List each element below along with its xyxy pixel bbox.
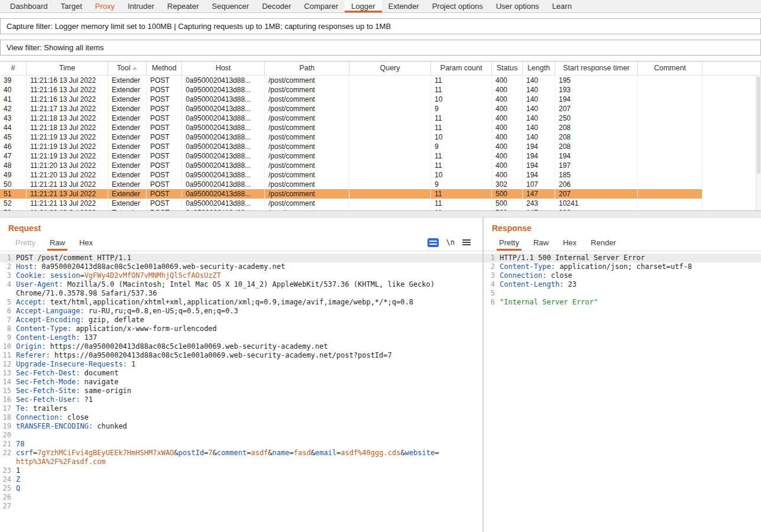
line-number: 4	[484, 280, 500, 289]
table-row[interactable]: 4711:21:19 13 Jul 2022ExtenderPOST0a9500…	[0, 151, 761, 161]
tab-extender[interactable]: Extender	[382, 0, 426, 12]
line-content: Z	[16, 475, 27, 484]
tab-sequencer[interactable]: Sequencer	[205, 0, 255, 12]
editor-line: 8Content-Type: application/x-www-form-ur…	[0, 325, 482, 333]
response-panel: Response PrettyRawHexRender 1HTTP/1.1 50…	[484, 218, 761, 532]
wrap-lines-icon[interactable]	[428, 238, 439, 247]
burp-logger-window: DashboardTargetProxyIntruderRepeaterSequ…	[0, 0, 761, 532]
editor-line: 18Connection: close	[0, 413, 482, 422]
newline-icon[interactable]: \n	[446, 238, 455, 246]
column-header-length[interactable]: Length	[523, 61, 555, 76]
menu-icon[interactable]	[462, 239, 471, 246]
line-content: 78	[16, 440, 31, 449]
tab-hex[interactable]: Hex	[556, 234, 584, 251]
editor-line: 3Cookie: session=VgFWy4D2vMfON7vMNMhjQlS…	[0, 271, 482, 280]
tab-target[interactable]: Target	[54, 0, 89, 12]
line-number: 27	[0, 502, 16, 511]
horizontal-splitter[interactable]	[0, 210, 761, 218]
request-editor-toolbar: \n	[428, 238, 474, 247]
column-header-status[interactable]: Status	[492, 61, 523, 76]
line-content: Cookie: session=VgFWy4D2vMfON7vMNMhjQlSc…	[16, 271, 228, 280]
line-number: 8	[0, 325, 16, 333]
table-row[interactable]: 3911:21:16 13 Jul 2022ExtenderPOST0a9500…	[0, 76, 761, 85]
table-row[interactable]: 5011:21:21 13 Jul 2022ExtenderPOST0a9500…	[0, 180, 761, 189]
line-number: 3	[484, 271, 500, 280]
editor-line: 25Q	[0, 484, 482, 493]
editor-line: 22csrf=7gYzhMCiFvi4gBEyUEEk7HmHSHM7xWAO&…	[0, 449, 482, 466]
line-content	[16, 431, 27, 440]
line-number: 6	[0, 307, 16, 316]
line-content: Te: trailers	[16, 404, 75, 413]
view-filter-bar[interactable]: View filter: Showing all items	[0, 40, 761, 56]
column-header-path[interactable]: Path	[265, 61, 349, 76]
table-row[interactable]: 4611:21:19 13 Jul 2022ExtenderPOST0a9500…	[0, 142, 761, 151]
table-row[interactable]: 4211:21:17 13 Jul 2022ExtenderPOST0a9500…	[0, 104, 761, 113]
line-content: Sec-Fetch-Mode: navigate	[16, 378, 125, 387]
tab-pretty[interactable]: Pretty	[492, 234, 526, 251]
line-content: Origin: https://0a9500020413d88ac08c5c1e…	[16, 342, 335, 351]
tab-learn[interactable]: Learn	[546, 0, 578, 12]
table-row[interactable]: 4511:21:19 13 Jul 2022ExtenderPOST0a9500…	[0, 132, 761, 142]
column-header-time[interactable]: Time	[27, 61, 108, 76]
table-row-selected[interactable]: 5111:21:21 13 Jul 2022ExtenderPOST0a9500…	[0, 189, 761, 199]
table-scrollbar[interactable]	[756, 76, 761, 210]
tab-raw[interactable]: Raw	[43, 234, 72, 251]
editor-line: 1POST /post/comment HTTP/1.1	[0, 254, 482, 262]
editor-line: 1HTTP/1.1 500 Internal Server Error	[484, 254, 761, 262]
line-content: POST /post/comment HTTP/1.1	[16, 254, 138, 262]
request-panel: Request PrettyRawHex \n 1POST /post/comm…	[0, 218, 484, 532]
table-row[interactable]: 4011:21:16 13 Jul 2022ExtenderPOST0a9500…	[0, 85, 761, 95]
main-tabbar: DashboardTargetProxyIntruderRepeaterSequ…	[0, 0, 761, 13]
scrollbar-thumb[interactable]	[757, 77, 760, 174]
table-row[interactable]: 4411:21:18 13 Jul 2022ExtenderPOST0a9500…	[0, 123, 761, 132]
line-content: Accept-Language: ru-RU,ru;q=0.8,en-US;q=…	[16, 307, 245, 316]
editor-line: 15Sec-Fetch-Site: same-origin	[0, 387, 482, 395]
column-header-num[interactable]: #	[0, 61, 27, 76]
editor-line: 6"Internal Server Error"	[484, 298, 761, 307]
line-number: 6	[484, 298, 500, 307]
tab-proxy[interactable]: Proxy	[89, 0, 121, 12]
column-header-param-count[interactable]: Param count	[431, 61, 492, 76]
line-number: 18	[0, 413, 16, 422]
editor-line: 24Z	[0, 475, 482, 484]
request-editor[interactable]: 1POST /post/comment HTTP/1.12Host: 0a950…	[0, 251, 482, 532]
response-editor[interactable]: 1HTTP/1.1 500 Internal Server Error2Cont…	[484, 251, 761, 532]
line-content	[16, 493, 27, 502]
editor-line: 4User-Agent: Mozilla/5.0 (Macintosh; Int…	[0, 280, 482, 298]
line-number: 23	[0, 466, 16, 475]
tab-comparer[interactable]: Comparer	[297, 0, 345, 12]
log-table-body: 3911:21:16 13 Jul 2022ExtenderPOST0a9500…	[0, 76, 761, 210]
line-content: Content-Length: 137	[16, 333, 104, 342]
table-row[interactable]: 5311:21:22 13 Jul 2022ExtenderPOST0a9500…	[0, 208, 761, 210]
tab-dashboard[interactable]: Dashboard	[4, 0, 54, 12]
tab-user-options[interactable]: User options	[490, 0, 546, 12]
tab-pretty[interactable]: Pretty	[8, 234, 43, 251]
table-row[interactable]: 4311:21:18 13 Jul 2022ExtenderPOST0a9500…	[0, 113, 761, 123]
line-number: 1	[0, 254, 16, 262]
capture-filter-bar[interactable]: Capture filter: Logger memory limit set …	[0, 18, 761, 34]
tab-render[interactable]: Render	[584, 234, 623, 251]
column-header-tool[interactable]: Tool	[108, 61, 147, 76]
column-header-host[interactable]: Host	[182, 61, 265, 76]
editor-line: 26	[0, 493, 482, 502]
response-subtabs: PrettyRawHexRender	[492, 234, 623, 251]
column-header-start-response-timer[interactable]: Start response timer	[555, 61, 638, 76]
column-header-comment[interactable]: Comment	[638, 61, 702, 76]
editor-line: 5Accept: text/html,application/xhtml+xml…	[0, 298, 482, 307]
tab-project-options[interactable]: Project options	[426, 0, 490, 12]
column-header-query[interactable]: Query	[349, 61, 431, 76]
tab-hex[interactable]: Hex	[72, 234, 100, 251]
line-number: 15	[0, 387, 16, 395]
table-row[interactable]: 4911:21:20 13 Jul 2022ExtenderPOST0a9500…	[0, 170, 761, 180]
line-number: 21	[0, 440, 16, 449]
tab-logger[interactable]: Logger	[345, 0, 381, 12]
table-row[interactable]: 4811:21:20 13 Jul 2022ExtenderPOST0a9500…	[0, 161, 761, 170]
line-number: 13	[0, 369, 16, 378]
column-header-method[interactable]: Method	[147, 61, 182, 76]
tab-repeater[interactable]: Repeater	[161, 0, 205, 12]
table-row[interactable]: 5211:21:21 13 Jul 2022ExtenderPOST0a9500…	[0, 199, 761, 208]
tab-decoder[interactable]: Decoder	[255, 0, 297, 12]
table-row[interactable]: 4111:21:16 13 Jul 2022ExtenderPOST0a9500…	[0, 95, 761, 104]
tab-intruder[interactable]: Intruder	[121, 0, 161, 12]
tab-raw[interactable]: Raw	[526, 234, 556, 251]
